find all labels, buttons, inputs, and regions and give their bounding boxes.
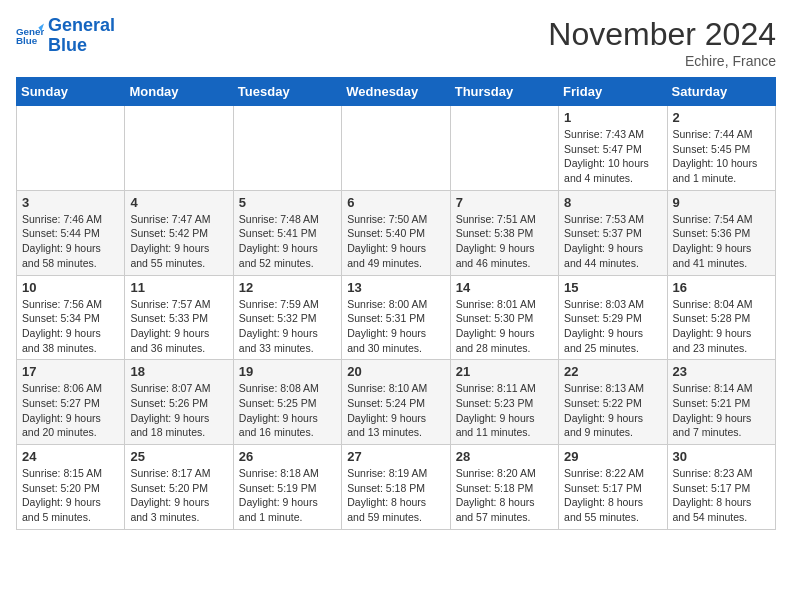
month-title: November 2024 <box>548 16 776 53</box>
page-header: General Blue General Blue November 2024 … <box>16 16 776 69</box>
cell-info: Sunrise: 7:53 AM Sunset: 5:37 PM Dayligh… <box>564 212 661 271</box>
cell-info: Sunrise: 7:48 AM Sunset: 5:41 PM Dayligh… <box>239 212 336 271</box>
header-row: SundayMondayTuesdayWednesdayThursdayFrid… <box>17 78 776 106</box>
day-number: 28 <box>456 449 553 464</box>
cell-info: Sunrise: 7:54 AM Sunset: 5:36 PM Dayligh… <box>673 212 770 271</box>
day-number: 27 <box>347 449 444 464</box>
calendar-week-4: 17Sunrise: 8:06 AM Sunset: 5:27 PM Dayli… <box>17 360 776 445</box>
cell-info: Sunrise: 8:07 AM Sunset: 5:26 PM Dayligh… <box>130 381 227 440</box>
day-number: 30 <box>673 449 770 464</box>
calendar-cell: 16Sunrise: 8:04 AM Sunset: 5:28 PM Dayli… <box>667 275 775 360</box>
cell-info: Sunrise: 8:04 AM Sunset: 5:28 PM Dayligh… <box>673 297 770 356</box>
day-header-saturday: Saturday <box>667 78 775 106</box>
cell-info: Sunrise: 7:51 AM Sunset: 5:38 PM Dayligh… <box>456 212 553 271</box>
day-number: 21 <box>456 364 553 379</box>
calendar-cell <box>125 106 233 191</box>
calendar-cell: 7Sunrise: 7:51 AM Sunset: 5:38 PM Daylig… <box>450 190 558 275</box>
day-number: 25 <box>130 449 227 464</box>
cell-info: Sunrise: 7:59 AM Sunset: 5:32 PM Dayligh… <box>239 297 336 356</box>
cell-info: Sunrise: 7:47 AM Sunset: 5:42 PM Dayligh… <box>130 212 227 271</box>
day-number: 15 <box>564 280 661 295</box>
day-number: 9 <box>673 195 770 210</box>
day-number: 16 <box>673 280 770 295</box>
day-number: 4 <box>130 195 227 210</box>
calendar-cell: 20Sunrise: 8:10 AM Sunset: 5:24 PM Dayli… <box>342 360 450 445</box>
day-header-tuesday: Tuesday <box>233 78 341 106</box>
day-number: 17 <box>22 364 119 379</box>
day-number: 18 <box>130 364 227 379</box>
cell-info: Sunrise: 8:10 AM Sunset: 5:24 PM Dayligh… <box>347 381 444 440</box>
calendar-cell: 6Sunrise: 7:50 AM Sunset: 5:40 PM Daylig… <box>342 190 450 275</box>
calendar-table: SundayMondayTuesdayWednesdayThursdayFrid… <box>16 77 776 530</box>
day-number: 23 <box>673 364 770 379</box>
calendar-cell: 27Sunrise: 8:19 AM Sunset: 5:18 PM Dayli… <box>342 445 450 530</box>
calendar-cell: 17Sunrise: 8:06 AM Sunset: 5:27 PM Dayli… <box>17 360 125 445</box>
cell-info: Sunrise: 8:01 AM Sunset: 5:30 PM Dayligh… <box>456 297 553 356</box>
cell-info: Sunrise: 8:03 AM Sunset: 5:29 PM Dayligh… <box>564 297 661 356</box>
day-number: 24 <box>22 449 119 464</box>
calendar-cell: 9Sunrise: 7:54 AM Sunset: 5:36 PM Daylig… <box>667 190 775 275</box>
day-number: 1 <box>564 110 661 125</box>
day-header-monday: Monday <box>125 78 233 106</box>
day-number: 6 <box>347 195 444 210</box>
calendar-cell: 3Sunrise: 7:46 AM Sunset: 5:44 PM Daylig… <box>17 190 125 275</box>
cell-info: Sunrise: 8:00 AM Sunset: 5:31 PM Dayligh… <box>347 297 444 356</box>
cell-info: Sunrise: 7:44 AM Sunset: 5:45 PM Dayligh… <box>673 127 770 186</box>
calendar-week-5: 24Sunrise: 8:15 AM Sunset: 5:20 PM Dayli… <box>17 445 776 530</box>
logo-icon: General Blue <box>16 22 44 50</box>
calendar-cell: 29Sunrise: 8:22 AM Sunset: 5:17 PM Dayli… <box>559 445 667 530</box>
cell-info: Sunrise: 8:13 AM Sunset: 5:22 PM Dayligh… <box>564 381 661 440</box>
day-number: 5 <box>239 195 336 210</box>
calendar-week-1: 1Sunrise: 7:43 AM Sunset: 5:47 PM Daylig… <box>17 106 776 191</box>
calendar-cell <box>342 106 450 191</box>
day-number: 11 <box>130 280 227 295</box>
day-number: 19 <box>239 364 336 379</box>
day-number: 22 <box>564 364 661 379</box>
day-number: 10 <box>22 280 119 295</box>
day-number: 8 <box>564 195 661 210</box>
calendar-cell: 24Sunrise: 8:15 AM Sunset: 5:20 PM Dayli… <box>17 445 125 530</box>
cell-info: Sunrise: 8:17 AM Sunset: 5:20 PM Dayligh… <box>130 466 227 525</box>
calendar-cell <box>233 106 341 191</box>
calendar-cell: 14Sunrise: 8:01 AM Sunset: 5:30 PM Dayli… <box>450 275 558 360</box>
calendar-cell: 30Sunrise: 8:23 AM Sunset: 5:17 PM Dayli… <box>667 445 775 530</box>
calendar-cell: 22Sunrise: 8:13 AM Sunset: 5:22 PM Dayli… <box>559 360 667 445</box>
logo-text: General Blue <box>48 16 115 56</box>
calendar-cell: 21Sunrise: 8:11 AM Sunset: 5:23 PM Dayli… <box>450 360 558 445</box>
day-number: 3 <box>22 195 119 210</box>
calendar-cell: 19Sunrise: 8:08 AM Sunset: 5:25 PM Dayli… <box>233 360 341 445</box>
calendar-cell: 28Sunrise: 8:20 AM Sunset: 5:18 PM Dayli… <box>450 445 558 530</box>
day-number: 2 <box>673 110 770 125</box>
cell-info: Sunrise: 8:06 AM Sunset: 5:27 PM Dayligh… <box>22 381 119 440</box>
calendar-week-2: 3Sunrise: 7:46 AM Sunset: 5:44 PM Daylig… <box>17 190 776 275</box>
calendar-cell: 10Sunrise: 7:56 AM Sunset: 5:34 PM Dayli… <box>17 275 125 360</box>
day-number: 7 <box>456 195 553 210</box>
calendar-cell <box>17 106 125 191</box>
cell-info: Sunrise: 8:20 AM Sunset: 5:18 PM Dayligh… <box>456 466 553 525</box>
calendar-cell: 23Sunrise: 8:14 AM Sunset: 5:21 PM Dayli… <box>667 360 775 445</box>
calendar-cell: 12Sunrise: 7:59 AM Sunset: 5:32 PM Dayli… <box>233 275 341 360</box>
calendar-cell: 1Sunrise: 7:43 AM Sunset: 5:47 PM Daylig… <box>559 106 667 191</box>
cell-info: Sunrise: 7:46 AM Sunset: 5:44 PM Dayligh… <box>22 212 119 271</box>
svg-text:Blue: Blue <box>16 35 38 46</box>
cell-info: Sunrise: 7:56 AM Sunset: 5:34 PM Dayligh… <box>22 297 119 356</box>
day-header-friday: Friday <box>559 78 667 106</box>
calendar-cell: 25Sunrise: 8:17 AM Sunset: 5:20 PM Dayli… <box>125 445 233 530</box>
calendar-cell: 15Sunrise: 8:03 AM Sunset: 5:29 PM Dayli… <box>559 275 667 360</box>
day-number: 26 <box>239 449 336 464</box>
day-number: 13 <box>347 280 444 295</box>
day-number: 20 <box>347 364 444 379</box>
calendar-cell: 5Sunrise: 7:48 AM Sunset: 5:41 PM Daylig… <box>233 190 341 275</box>
cell-info: Sunrise: 7:50 AM Sunset: 5:40 PM Dayligh… <box>347 212 444 271</box>
cell-info: Sunrise: 8:19 AM Sunset: 5:18 PM Dayligh… <box>347 466 444 525</box>
calendar-cell: 8Sunrise: 7:53 AM Sunset: 5:37 PM Daylig… <box>559 190 667 275</box>
calendar-cell: 4Sunrise: 7:47 AM Sunset: 5:42 PM Daylig… <box>125 190 233 275</box>
cell-info: Sunrise: 8:11 AM Sunset: 5:23 PM Dayligh… <box>456 381 553 440</box>
day-header-sunday: Sunday <box>17 78 125 106</box>
title-block: November 2024 Echire, France <box>548 16 776 69</box>
location: Echire, France <box>548 53 776 69</box>
day-number: 12 <box>239 280 336 295</box>
calendar-cell: 26Sunrise: 8:18 AM Sunset: 5:19 PM Dayli… <box>233 445 341 530</box>
cell-info: Sunrise: 8:15 AM Sunset: 5:20 PM Dayligh… <box>22 466 119 525</box>
cell-info: Sunrise: 8:14 AM Sunset: 5:21 PM Dayligh… <box>673 381 770 440</box>
